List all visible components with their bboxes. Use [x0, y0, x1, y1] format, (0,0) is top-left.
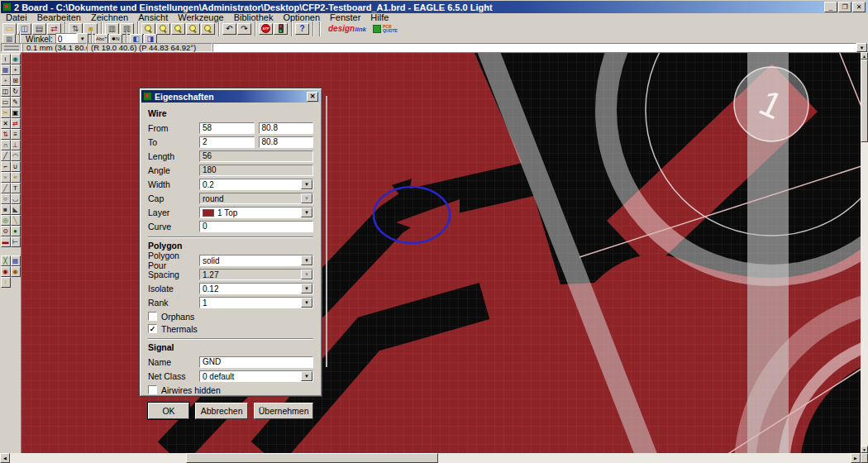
scroll-down-icon[interactable]: ▼	[861, 446, 868, 453]
redo-button[interactable]: ↷	[237, 23, 251, 35]
restore-button[interactable]: ❐	[838, 2, 851, 12]
tool-split-button[interactable]: ╱	[1, 150, 11, 161]
tool-polygon-button[interactable]: ◣	[11, 204, 21, 215]
tool-hole-button[interactable]: ⊙	[1, 226, 11, 236]
from-x-input[interactable]: 58	[199, 122, 255, 134]
dialog-close-button[interactable]: ✕	[307, 92, 318, 102]
menu-item-fenster[interactable]: Fenster	[325, 13, 365, 22]
vertical-scroll-thumb[interactable]	[861, 60, 868, 142]
sheet-a-button[interactable]: ▥	[105, 23, 119, 35]
menu-item-bibliothek[interactable]: Bibliothek	[229, 13, 279, 22]
tool-pad-button[interactable]: ●	[11, 226, 21, 236]
open-button[interactable]: ▭	[2, 23, 17, 35]
zoom-fit-button[interactable]	[141, 23, 155, 35]
tool-drc-button[interactable]: ◉	[1, 266, 11, 277]
to-y-input[interactable]: 80.8	[259, 136, 314, 148]
help-button[interactable]: ?	[295, 23, 309, 35]
signal-name-input[interactable]: GND	[199, 356, 313, 368]
tool-gateswap-button[interactable]: ⇅	[1, 129, 11, 140]
layer-combobox[interactable]: 1 Top ▼	[199, 207, 313, 218]
menu-item-hilfe[interactable]: Hilfe	[365, 13, 393, 22]
polygon-pour-combobox[interactable]: solid▼	[199, 255, 313, 266]
netclass-combobox[interactable]: 0 default▼	[199, 370, 313, 382]
status-button[interactable]	[274, 23, 288, 35]
pcb-quote-logo[interactable]: PCBQUOTE	[373, 25, 398, 33]
zoom-redraw-button[interactable]	[201, 23, 215, 35]
title-bar[interactable]: 2 Board - C:\Dokumente und Einstellungen…	[1, 1, 867, 13]
from-y-input[interactable]: 80.8	[259, 122, 314, 134]
airwires-checkbox[interactable]	[148, 385, 157, 394]
tool-show-button[interactable]: ◉	[11, 54, 21, 64]
tool-change-button[interactable]: ✎	[11, 97, 21, 107]
tool-dimension-button[interactable]: ⊢	[11, 236, 21, 247]
tool-replace-button[interactable]: ≡	[11, 129, 21, 140]
menu-item-ansicht[interactable]: Ansicht	[133, 13, 173, 22]
scroll-right-icon[interactable]: ▶	[851, 453, 861, 463]
horizontal-scroll-thumb[interactable]	[186, 453, 438, 463]
menu-item-zeichnen[interactable]: Zeichnen	[86, 13, 133, 22]
tool-optimize-button[interactable]: ⌐	[1, 161, 11, 172]
tool-errors-button[interactable]: ◉	[11, 266, 21, 277]
chevron-down-icon[interactable]: ▼	[301, 284, 312, 294]
tool-signal-button[interactable]: ╲	[11, 215, 21, 226]
tool-rect-button[interactable]: ■	[1, 204, 11, 215]
print-button[interactable]: ▤	[32, 23, 46, 35]
orphans-checkbox[interactable]	[148, 312, 157, 321]
tool-arc-button[interactable]: ◡	[11, 193, 21, 204]
thermals-checkbox[interactable]: ✓	[148, 324, 157, 333]
scroll-up-icon[interactable]: ▲	[861, 52, 868, 60]
chevron-down-icon[interactable]: ▼	[301, 255, 312, 265]
tool-paste-button[interactable]: ▣	[11, 107, 21, 118]
command-history-dropdown[interactable]: ▼	[856, 43, 867, 52]
menu-item-werkzeuge[interactable]: Werkzeuge	[173, 13, 228, 22]
tool-group-button[interactable]: ▭	[1, 97, 11, 107]
zoom-in-button[interactable]	[156, 23, 170, 35]
tool-circle-button[interactable]: ○	[1, 193, 11, 204]
minimize-button[interactable]: _	[824, 2, 837, 12]
design-link-logo[interactable]: designlink	[328, 24, 366, 33]
curve-input[interactable]: 0	[199, 221, 313, 232]
ok-button[interactable]: OK	[148, 403, 189, 419]
cancel-button[interactable]: Abbrechen	[195, 403, 248, 419]
scroll-left-icon[interactable]: ◀	[0, 453, 10, 463]
width-combobox[interactable]: 0.2▼	[199, 179, 313, 190]
tool-text-button[interactable]: T	[11, 183, 21, 193]
tool-via-button[interactable]: ◎	[1, 215, 11, 226]
tool-auto-button[interactable]: ▦	[11, 255, 21, 266]
tool-lock-button[interactable]: ∩	[1, 140, 11, 150]
tool-ratsnest-button[interactable]: ╳	[1, 255, 11, 266]
command-line-input[interactable]	[212, 43, 856, 52]
vertical-scrollbar[interactable]: ▲ ▼	[861, 52, 868, 453]
tool-display-button[interactable]: ▦	[1, 64, 11, 75]
tool-meander-button[interactable]: ∪	[11, 161, 21, 172]
undo-button[interactable]: ↶	[222, 23, 236, 35]
chevron-down-icon[interactable]: ▼	[301, 208, 312, 217]
menu-item-datei[interactable]: Datei	[1, 13, 32, 22]
tool-drill-aid-button[interactable]: !	[1, 277, 11, 288]
zoom-select-button[interactable]	[186, 23, 200, 35]
tool-delete-button[interactable]: ✕	[1, 118, 11, 129]
tool-wire-button[interactable]: ╱	[1, 183, 11, 193]
tool-info-button[interactable]: i	[1, 54, 11, 64]
close-button[interactable]: ✕	[852, 2, 866, 12]
chevron-down-icon[interactable]: ▼	[301, 179, 312, 189]
pad-1[interactable]: 1	[734, 67, 808, 141]
menu-item-bearbeiten[interactable]: Bearbeiten	[32, 13, 86, 22]
dialog-title-bar[interactable]: Eigenschaften ✕	[141, 90, 320, 103]
tool-mark-button[interactable]: +	[11, 64, 21, 75]
tool-route-button[interactable]: »	[1, 172, 11, 183]
chevron-down-icon[interactable]: ▼	[301, 298, 312, 308]
apply-button[interactable]: Übernehmen	[254, 403, 313, 419]
rank-combobox[interactable]: 1▼	[199, 297, 313, 308]
menu-item-optionen[interactable]: Optionen	[278, 13, 325, 22]
tool-move-button[interactable]: +	[1, 75, 11, 86]
to-x-input[interactable]: 2	[199, 136, 255, 148]
stop-button[interactable]: STP	[259, 23, 273, 35]
tool-rotate-button[interactable]: ↻	[11, 86, 21, 97]
tool-smash-button[interactable]: ⊥	[11, 140, 21, 150]
chevron-down-icon[interactable]: ▼	[301, 371, 312, 381]
tool-pinswap-button[interactable]: ⇄	[11, 118, 21, 129]
isolate-combobox[interactable]: 0.12▼	[199, 283, 313, 294]
tool-ripup-button[interactable]: «	[11, 172, 21, 183]
tool-copy-button[interactable]: ⊞	[11, 75, 21, 86]
